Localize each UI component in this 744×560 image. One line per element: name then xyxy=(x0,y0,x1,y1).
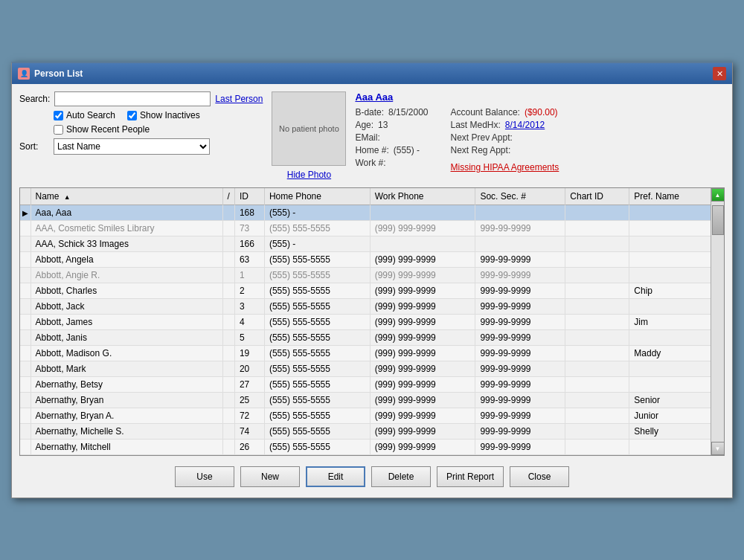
age-value: 13 xyxy=(378,120,388,130)
auto-search-checkbox-label[interactable]: Auto Search xyxy=(54,110,115,120)
row-sort xyxy=(222,330,234,346)
row-chart-id xyxy=(565,315,629,330)
scroll-up-button[interactable]: ▲ xyxy=(711,188,725,202)
row-arrow xyxy=(20,283,31,299)
row-id: 1 xyxy=(234,268,264,283)
row-work-phone: (999) 999-9999 xyxy=(370,346,475,361)
new-button[interactable]: New xyxy=(240,466,300,487)
table-row[interactable]: Abernathy, Betsy27(555) 555-5555(999) 99… xyxy=(20,377,711,393)
table-row[interactable]: Abbott, Angie R.1(555) 555-5555(999) 999… xyxy=(20,268,711,283)
table-row[interactable]: Abernathy, Mitchell26(555) 555-5555(999)… xyxy=(20,440,711,455)
row-soc-sec: 999-99-9999 xyxy=(475,361,565,377)
col-name[interactable]: Name ▲ xyxy=(31,188,222,205)
table-row[interactable]: Abbott, Charles2(555) 555-5555(999) 999-… xyxy=(20,283,711,299)
window-content: Search: Last Person Auto Search Show Ina… xyxy=(12,84,732,498)
show-inactives-checkbox-label[interactable]: Show Inactives xyxy=(127,110,200,120)
row-home-phone: (555) 555-5555 xyxy=(264,252,370,268)
row-sort xyxy=(222,346,234,361)
auto-search-checkbox[interactable] xyxy=(54,111,63,120)
patient-name-link[interactable]: Aaa Aaa xyxy=(355,91,725,103)
row-chart-id xyxy=(565,330,629,346)
table-row[interactable]: Abernathy, Michelle S.74(555) 555-5555(9… xyxy=(20,424,711,440)
table-row[interactable]: Abernathy, Bryan A.72(555) 555-5555(999)… xyxy=(20,408,711,424)
row-sort xyxy=(222,283,234,299)
row-id: 63 xyxy=(234,252,264,268)
row-soc-sec: 999-99-9999 xyxy=(475,440,565,455)
row-id: 73 xyxy=(234,221,264,236)
col-id[interactable]: ID xyxy=(234,188,264,205)
col-pref-name[interactable]: Pref. Name xyxy=(629,188,711,205)
table-row[interactable]: Abbott, Angela63(555) 555-5555(999) 999-… xyxy=(20,252,711,268)
col-work-phone[interactable]: Work Phone xyxy=(370,188,475,205)
use-button[interactable]: Use xyxy=(175,466,234,487)
home-label: Home #: xyxy=(355,145,388,155)
close-button[interactable]: Close xyxy=(510,466,569,487)
row-sort xyxy=(222,424,234,440)
row-arrow xyxy=(20,315,31,330)
title-bar-left: 👤 Person List xyxy=(18,68,83,80)
row-arrow xyxy=(20,377,31,393)
last-person-link[interactable]: Last Person xyxy=(215,94,263,104)
row-sort xyxy=(222,440,234,455)
hide-photo-link[interactable]: Hide Photo xyxy=(287,170,331,180)
show-inactives-checkbox[interactable] xyxy=(127,111,137,120)
window-icon: 👤 xyxy=(18,68,30,80)
print-report-button[interactable]: Print Report xyxy=(437,466,504,487)
row-pref-name xyxy=(629,330,711,346)
row-pref-name xyxy=(629,361,711,377)
table-row[interactable]: Abernathy, Bryan25(555) 555-5555(999) 99… xyxy=(20,393,711,408)
table-scroll-wrapper: Name ▲ / ID Home Phone Work Phone Soc. S… xyxy=(20,188,724,455)
row-soc-sec: 999-99-9999 xyxy=(475,377,565,393)
row-home-phone: (555) 555-5555 xyxy=(264,346,370,361)
scroll-down-button[interactable]: ▼ xyxy=(711,442,725,455)
row-pref-name: Jim xyxy=(629,315,711,330)
table-container[interactable]: Name ▲ / ID Home Phone Work Phone Soc. S… xyxy=(20,188,711,455)
scroll-track[interactable] xyxy=(711,202,725,442)
table-row[interactable]: ▶Aaa, Aaa168(555) - xyxy=(20,205,711,221)
row-chart-id xyxy=(565,440,629,455)
edit-button[interactable]: Edit xyxy=(306,466,365,487)
row-work-phone: (999) 999-9999 xyxy=(370,299,475,315)
row-soc-sec: 999-99-9999 xyxy=(475,346,565,361)
col-home-phone[interactable]: Home Phone xyxy=(264,188,370,205)
row-chart-id xyxy=(565,361,629,377)
table-row[interactable]: Abbott, James4(555) 555-5555(999) 999-99… xyxy=(20,315,711,330)
email-label: EMail: xyxy=(355,132,379,143)
row-soc-sec: 999-99-9999 xyxy=(475,424,565,440)
show-recent-checkbox-label[interactable]: Show Recent People xyxy=(54,124,150,135)
search-input[interactable] xyxy=(54,91,211,106)
row-sort xyxy=(222,236,234,252)
row-id: 166 xyxy=(234,236,264,252)
table-row[interactable]: AAA, Schick 33 Images166(555) - xyxy=(20,236,711,252)
row-work-phone: (999) 999-9999 xyxy=(370,361,475,377)
table-scrollbar[interactable]: ▲ ▼ xyxy=(711,188,724,455)
row-arrow: ▶ xyxy=(20,205,31,221)
table-row[interactable]: AAA, Cosmetic Smiles Library73(555) 555-… xyxy=(20,221,711,236)
show-inactives-label: Show Inactives xyxy=(140,110,200,120)
col-chart-id[interactable]: Chart ID xyxy=(565,188,629,205)
table-row[interactable]: Abbott, Mark20(555) 555-5555(999) 999-99… xyxy=(20,361,711,377)
row-chart-id xyxy=(565,346,629,361)
table-row[interactable]: Abbott, Jack3(555) 555-5555(999) 999-999… xyxy=(20,299,711,315)
show-recent-checkbox[interactable] xyxy=(54,125,63,135)
close-window-button[interactable]: ✕ xyxy=(713,67,726,80)
row-soc-sec: 999-99-9999 xyxy=(475,315,565,330)
row-name: Abernathy, Bryan xyxy=(31,393,222,408)
row-pref-name xyxy=(629,440,711,455)
last-medhx-value[interactable]: 8/14/2012 xyxy=(505,120,545,130)
col-soc-sec[interactable]: Soc. Sec. # xyxy=(475,188,565,205)
scroll-thumb[interactable] xyxy=(712,205,724,235)
missing-hipaa-link[interactable]: Missing HIPAA Agreements xyxy=(451,162,559,173)
table-row[interactable]: Abbott, Janis5(555) 555-5555(999) 999-99… xyxy=(20,330,711,346)
row-home-phone: (555) - xyxy=(264,236,370,252)
row-name: AAA, Schick 33 Images xyxy=(31,236,222,252)
table-row[interactable]: Abbott, Madison G.19(555) 555-5555(999) … xyxy=(20,346,711,361)
row-pref-name xyxy=(629,236,711,252)
row-name: Abbott, Madison G. xyxy=(31,346,222,361)
row-pref-name xyxy=(629,268,711,283)
sort-select[interactable]: Last Name First Name Preferred Name ID xyxy=(54,138,210,155)
window-title: Person List xyxy=(34,68,83,79)
delete-button[interactable]: Delete xyxy=(371,466,431,487)
row-work-phone: (999) 999-9999 xyxy=(370,221,475,236)
row-work-phone: (999) 999-9999 xyxy=(370,408,475,424)
